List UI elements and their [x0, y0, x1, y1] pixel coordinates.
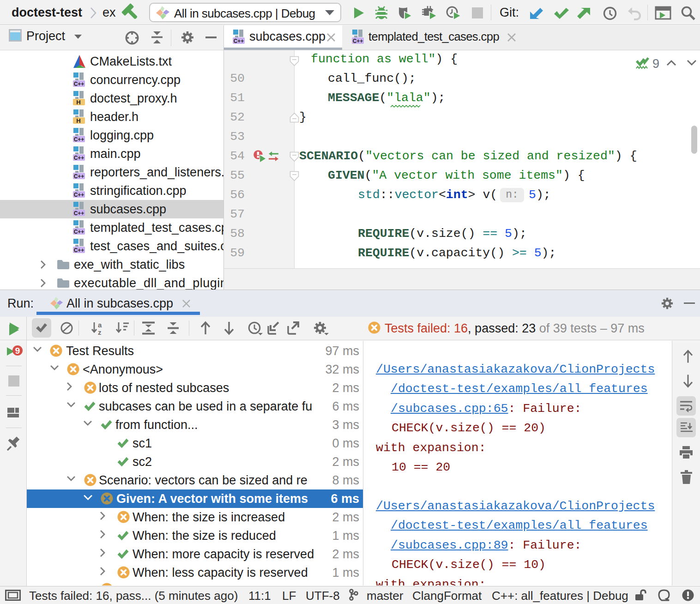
svg-text:C++: C++ — [353, 38, 363, 44]
svg-text:a: a — [98, 321, 102, 329]
svg-text:C++: C++ — [234, 38, 244, 44]
svg-text:9: 9 — [15, 346, 20, 356]
svg-text:z: z — [98, 328, 102, 336]
